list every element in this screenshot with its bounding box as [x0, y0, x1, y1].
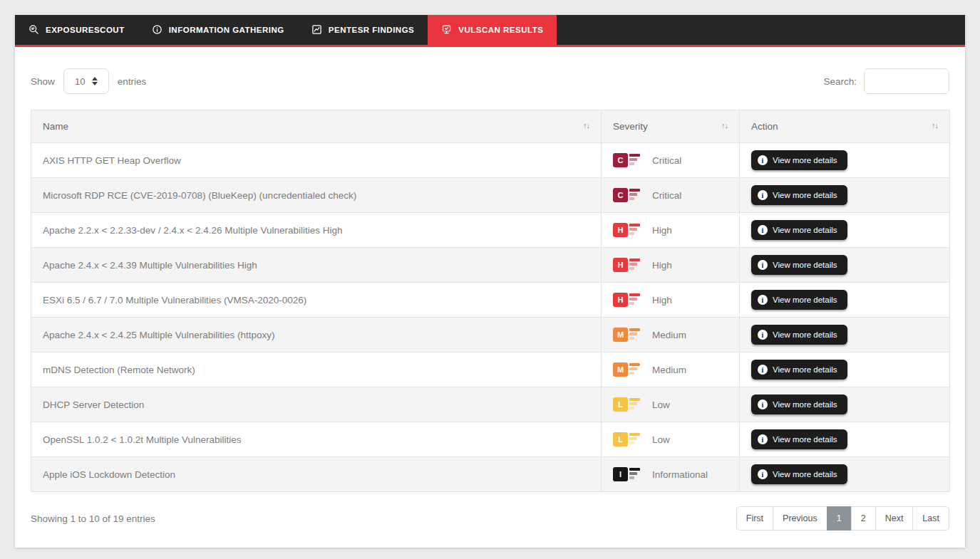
severity-badge: H High: [613, 293, 728, 307]
row-name: AXIS HTTP GET Heap Overflow: [43, 155, 181, 166]
severity-label: Medium: [652, 330, 686, 340]
page-size-select[interactable]: 10: [63, 68, 109, 94]
severity-letter-box: H: [613, 223, 628, 237]
view-more-details-button[interactable]: View more details: [751, 395, 847, 414]
table-row: mDNS Detection (Remote Network) M Medium…: [31, 352, 950, 387]
severity-badge: M Medium: [613, 328, 728, 342]
pagination-previous-button[interactable]: Previous: [773, 506, 827, 531]
table-row: OpenSSL 1.0.2 < 1.0.2t Multiple Vulnerab…: [31, 422, 950, 457]
severity-bars-icon: [629, 433, 640, 444]
row-name: OpenSSL 1.0.2 < 1.0.2t Multiple Vulnerab…: [43, 434, 242, 445]
pagination-page-1-button[interactable]: 1: [827, 506, 852, 531]
findings-table: Name Severity Action AXIS HTTP GET Heap …: [31, 110, 950, 492]
view-more-details-button[interactable]: View more details: [751, 220, 847, 240]
view-more-details-button[interactable]: View more details: [751, 325, 847, 345]
severity-label: Medium: [652, 365, 686, 375]
info-icon: [758, 434, 768, 444]
table-body: AXIS HTTP GET Heap Overflow C Critical V…: [31, 143, 950, 492]
info-circle-icon: [152, 24, 163, 36]
view-details-button-label: View more details: [773, 261, 837, 269]
severity-letter-box: H: [613, 293, 628, 307]
severity-label: Informational: [652, 469, 708, 480]
view-more-details-button[interactable]: View more details: [751, 150, 847, 170]
results-card: EXPOSURESCOUT INFORMATION GATHERING PENT…: [15, 15, 965, 548]
sort-arrows-icon: [583, 121, 589, 130]
view-more-details-button[interactable]: View more details: [751, 185, 847, 205]
pagination-next-button[interactable]: Next: [875, 506, 914, 531]
search-label: Search:: [823, 76, 857, 87]
table-row: DHCP Server Detection L Low View more de…: [31, 387, 950, 422]
table-row: ESXi 6.5 / 6.7 / 7.0 Multiple Vulnerabil…: [31, 283, 950, 318]
row-name: ESXi 6.5 / 6.7 / 7.0 Multiple Vulnerabil…: [43, 295, 306, 305]
view-details-button-label: View more details: [773, 330, 837, 339]
view-details-button-label: View more details: [773, 435, 837, 444]
severity-label: High: [652, 260, 672, 271]
severity-badge: H High: [613, 258, 728, 272]
view-more-details-button[interactable]: View more details: [751, 255, 847, 275]
row-name: Microsoft RDP RCE (CVE-2019-0708) (BlueK…: [43, 190, 356, 201]
chart-icon: [311, 24, 322, 36]
table-row: AXIS HTTP GET Heap Overflow C Critical V…: [31, 143, 950, 178]
severity-letter-box: L: [613, 397, 628, 412]
severity-label: Low: [652, 434, 670, 445]
pagination: First Previous 1 2 Next Last: [736, 506, 949, 531]
pagination-page-2-button[interactable]: 2: [851, 506, 876, 531]
info-icon: [758, 190, 768, 200]
row-name: Apache 2.2.x < 2.2.33-dev / 2.4.x < 2.4.…: [43, 225, 343, 236]
severity-bars-icon: [629, 189, 640, 200]
severity-letter-box: H: [613, 258, 628, 272]
severity-bars-icon: [629, 258, 640, 270]
severity-label: High: [652, 225, 672, 236]
search-input[interactable]: [864, 68, 949, 94]
row-name: DHCP Server Detection: [43, 399, 144, 410]
row-name: mDNS Detection (Remote Network): [43, 365, 195, 375]
tab-vulscan-results[interactable]: VULSCAN RESULTS: [428, 15, 557, 45]
info-icon: [758, 260, 768, 270]
tab-label: EXPOSURESCOUT: [46, 26, 125, 34]
column-header-severity[interactable]: Severity: [602, 110, 740, 143]
tab-pentesr-findings[interactable]: PENTESR FINDINGS: [298, 15, 428, 45]
show-label: Show: [31, 76, 55, 87]
tab-label: VULSCAN RESULTS: [458, 26, 543, 34]
row-name: Apache 2.4.x < 2.4.25 Multiple Vulnerabi…: [43, 330, 275, 340]
search-control: Search:: [823, 68, 949, 94]
severity-letter-box: L: [613, 432, 628, 446]
view-more-details-button[interactable]: View more details: [751, 464, 847, 484]
pagination-first-button[interactable]: First: [736, 506, 773, 531]
view-details-button-label: View more details: [773, 226, 837, 234]
tab-information-gathering[interactable]: INFORMATION GATHERING: [138, 15, 298, 45]
severity-bars-icon: [629, 293, 640, 305]
severity-label: Critical: [652, 190, 681, 201]
stepper-arrows-icon: [92, 77, 98, 85]
row-name: Apple iOS Lockdown Detection: [43, 469, 175, 480]
info-icon: [758, 399, 768, 409]
view-details-button-label: View more details: [773, 191, 837, 199]
magnifier-icon: [29, 24, 39, 36]
severity-badge: L Low: [613, 397, 728, 412]
column-header-name[interactable]: Name: [31, 110, 602, 143]
severity-badge: H High: [613, 223, 728, 237]
severity-bars-icon: [629, 328, 640, 340]
severity-letter-box: C: [613, 153, 628, 167]
monitor-check-icon: [441, 24, 452, 36]
severity-badge: L Low: [613, 432, 728, 446]
info-icon: [758, 365, 768, 375]
view-details-button-label: View more details: [773, 400, 837, 409]
tab-bar: EXPOSURESCOUT INFORMATION GATHERING PENT…: [15, 15, 965, 47]
info-icon: [758, 330, 768, 340]
view-more-details-button[interactable]: View more details: [751, 429, 847, 449]
table-row: Apple iOS Lockdown Detection I Informati…: [31, 457, 950, 492]
severity-letter-box: I: [613, 467, 628, 481]
pagination-last-button[interactable]: Last: [912, 506, 949, 531]
column-header-action[interactable]: Action: [740, 110, 950, 143]
view-more-details-button[interactable]: View more details: [751, 360, 847, 380]
info-icon: [758, 155, 768, 165]
severity-badge: M Medium: [613, 362, 728, 377]
entries-label: entries: [118, 76, 147, 87]
view-more-details-button[interactable]: View more details: [751, 290, 847, 310]
tab-label: INFORMATION GATHERING: [169, 26, 284, 34]
table-header-row: Name Severity Action: [31, 110, 950, 143]
info-icon: [758, 295, 768, 305]
tab-label: PENTESR FINDINGS: [329, 26, 414, 34]
tab-exposurescout[interactable]: EXPOSURESCOUT: [15, 15, 138, 45]
